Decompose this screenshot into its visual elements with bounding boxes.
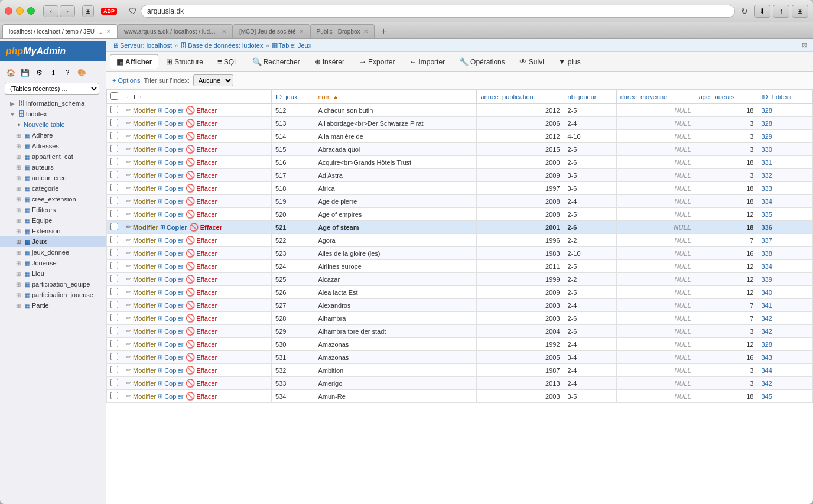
row-checkbox[interactable] xyxy=(110,106,118,113)
tab-overview-button[interactable]: ⊞ xyxy=(82,5,94,17)
copy-link[interactable]: Copier xyxy=(164,341,183,348)
delete-link[interactable]: Effacer xyxy=(197,302,217,309)
table-expand-icon[interactable]: ⊞ xyxy=(14,216,22,225)
copy-link[interactable]: Copier xyxy=(164,367,183,374)
row-checkbox[interactable] xyxy=(110,249,118,256)
close-button[interactable] xyxy=(5,7,12,15)
editeur-link[interactable]: 339 xyxy=(761,276,772,283)
editeur-link[interactable]: 344 xyxy=(761,367,772,374)
editeur-link[interactable]: 340 xyxy=(761,289,772,296)
delete-link[interactable]: Effacer xyxy=(197,146,217,153)
delete-link[interactable]: Effacer xyxy=(197,315,217,322)
table-expand-icon[interactable]: ⊞ xyxy=(14,184,22,193)
copy-link[interactable]: Copier xyxy=(164,146,183,153)
copy-link[interactable]: Copier xyxy=(164,198,183,205)
modify-link[interactable]: Modifier xyxy=(133,146,156,153)
row-checkbox[interactable] xyxy=(110,353,118,360)
breadcrumb-server[interactable]: Serveur: localhost xyxy=(120,42,172,49)
expand-icon[interactable]: ▼ xyxy=(8,110,17,118)
copy-link[interactable]: Copier xyxy=(164,276,183,283)
delete-link[interactable]: Effacer xyxy=(197,276,217,283)
delete-link[interactable]: Effacer xyxy=(197,354,217,361)
delete-link[interactable]: Effacer xyxy=(197,211,217,218)
table-expand-icon[interactable]: ⊞ xyxy=(14,301,22,310)
help-icon[interactable]: ? xyxy=(61,67,73,78)
sidebar-item-participation-joueuse[interactable]: ⊞ ▦ participation_joueuse xyxy=(0,290,106,300)
delete-link[interactable]: Effacer xyxy=(197,393,217,400)
modify-link[interactable]: Modifier xyxy=(133,120,156,127)
breadcrumb-database[interactable]: Base de données: ludotex xyxy=(188,42,263,49)
delete-link[interactable]: Effacer xyxy=(197,380,217,387)
copy-link[interactable]: Copier xyxy=(164,263,183,270)
tab-exporter[interactable]: → Exporter xyxy=(352,54,401,69)
sidebar-item-ludotex[interactable]: ▼ 🗄 ludotex xyxy=(0,109,106,119)
modify-link[interactable]: Modifier xyxy=(133,224,158,231)
delete-link[interactable]: Effacer xyxy=(197,172,217,179)
editeur-link[interactable]: 329 xyxy=(761,133,772,140)
table-expand-icon[interactable]: ⊞ xyxy=(14,259,22,267)
tab-1[interactable]: www.arquusia.dk / localhost / ludotex / … xyxy=(118,24,233,38)
modify-link[interactable]: Modifier xyxy=(133,276,156,283)
sidebar-item-adhere[interactable]: ⊞ ▦ Adhere xyxy=(0,130,106,141)
th-id-jeux[interactable]: ID_jeux xyxy=(272,90,314,104)
delete-link[interactable]: Effacer xyxy=(197,133,217,140)
sidebar-item-partie[interactable]: ⊞ ▦ Partie xyxy=(0,300,106,311)
home-icon[interactable]: 🏠 xyxy=(5,67,17,78)
row-checkbox[interactable] xyxy=(110,262,118,269)
modify-link[interactable]: Modifier xyxy=(133,341,156,348)
table-expand-icon[interactable]: ⊞ xyxy=(14,142,22,150)
row-checkbox[interactable] xyxy=(110,171,118,178)
table-expand-icon[interactable]: ⊞ xyxy=(14,195,22,203)
editeur-link[interactable]: 341 xyxy=(761,302,772,309)
modify-link[interactable]: Modifier xyxy=(133,185,156,192)
tab-rechercher[interactable]: 🔍 Rechercher xyxy=(246,54,307,69)
tab-2[interactable]: [MCD] Jeu de société ✕ xyxy=(233,24,310,38)
maximize-button[interactable] xyxy=(27,7,35,15)
sidebar-item-equipe[interactable]: ⊞ ▦ Equipe xyxy=(0,215,106,226)
back-button[interactable]: ‹ xyxy=(43,5,58,17)
copy-link[interactable]: Copier xyxy=(164,159,183,166)
tab-importer[interactable]: ← Importer xyxy=(402,54,451,69)
tab-close-3[interactable]: ✕ xyxy=(363,28,368,35)
download-button[interactable]: ⬇ xyxy=(754,5,770,18)
modify-link[interactable]: Modifier xyxy=(133,380,156,387)
sidebar-item-lieu[interactable]: ⊞ ▦ Lieu xyxy=(0,268,106,279)
delete-link[interactable]: Effacer xyxy=(197,289,217,296)
delete-link[interactable]: Effacer xyxy=(197,341,217,348)
table-expand-icon[interactable]: ⊞ xyxy=(14,174,22,182)
th-annee-publication[interactable]: annee_publication xyxy=(477,90,564,104)
editeur-link[interactable]: 336 xyxy=(761,224,772,231)
modify-link[interactable]: Modifier xyxy=(133,289,156,296)
copy-link[interactable]: Copier xyxy=(164,133,183,140)
delete-link[interactable]: Effacer xyxy=(197,198,217,205)
sidebar-item-jeux-donnee[interactable]: ⊞ ▦ jeux_donnee xyxy=(0,247,106,258)
sort-index-select[interactable]: Aucune xyxy=(193,74,233,86)
copy-link[interactable]: Copier xyxy=(164,289,183,296)
editeur-link[interactable]: 330 xyxy=(761,146,772,153)
row-checkbox[interactable] xyxy=(110,288,118,295)
copy-link[interactable]: Copier xyxy=(164,315,183,322)
delete-link[interactable]: Effacer xyxy=(197,367,217,374)
sidebar-item-adresses[interactable]: ⊞ ▦ Adresses xyxy=(0,141,106,151)
table-expand-icon[interactable]: ⊞ xyxy=(14,227,22,235)
editeur-link[interactable]: 342 xyxy=(761,380,772,387)
modify-link[interactable]: Modifier xyxy=(133,302,156,309)
modify-link[interactable]: Modifier xyxy=(133,133,156,140)
editeur-link[interactable]: 332 xyxy=(761,172,772,179)
row-checkbox[interactable] xyxy=(110,275,118,282)
delete-link[interactable]: Effacer xyxy=(197,250,217,257)
tab-afficher[interactable]: ▦ Afficher xyxy=(110,54,158,69)
copy-link[interactable]: Copier xyxy=(164,302,183,309)
row-checkbox[interactable] xyxy=(110,197,118,204)
row-checkbox[interactable] xyxy=(110,184,118,191)
modify-link[interactable]: Modifier xyxy=(133,250,156,257)
th-nb-joueur[interactable]: nb_joueur xyxy=(564,90,616,104)
sidebar-item-auteurs[interactable]: ⊞ ▦ auteurs xyxy=(0,162,106,173)
recent-tables-select[interactable]: (Tables récentes) ... xyxy=(5,83,99,95)
tab-sql[interactable]: ≡ SQL xyxy=(211,54,245,69)
tab-structure[interactable]: ⊞ Structure xyxy=(160,54,210,69)
table-expand-icon[interactable]: ⊞ xyxy=(14,248,22,256)
delete-link[interactable]: Effacer xyxy=(200,224,222,231)
sidebar-item-editeurs[interactable]: ⊞ ▦ Editeurs xyxy=(0,204,106,215)
tab-inserer[interactable]: ⊕ Insérer xyxy=(308,54,351,69)
